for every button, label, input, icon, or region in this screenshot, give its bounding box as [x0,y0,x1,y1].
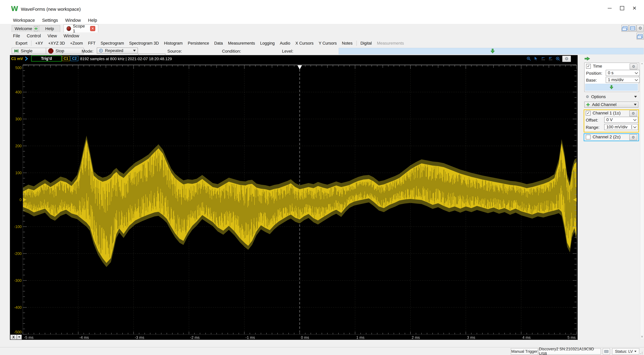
add-channel-button[interactable]: ✚ Add Channel [584,102,638,108]
toolbar-item[interactable]: Logging [258,41,277,46]
channel1-zero-marker-right[interactable] [573,198,576,202]
plot-settings-button[interactable]: ⚙ [562,56,571,62]
channel1-checkbox[interactable]: ✓ [586,111,590,116]
panel-scrollbar[interactable]: ^ v [640,62,644,339]
channel1-offset-input[interactable]: 0 V [604,117,638,123]
mode-select[interactable]: Repeated [97,48,138,54]
scope-menu-file[interactable]: File [13,34,20,38]
scroll-up-icon[interactable]: ^ [640,62,644,66]
tab-scope-1[interactable]: Scope 1 ✕ [64,24,98,32]
manual-trigger-button[interactable]: Manual Trigger [511,348,538,354]
device-temperature-button[interactable] [603,348,610,354]
resize-grip[interactable] [639,350,642,354]
menu-workspace[interactable]: Workspace [13,18,35,23]
green-down-arrow-icon [490,49,495,54]
scope-menubar: File Control View Window [0,32,644,40]
zoom-fit-icon[interactable] [556,56,560,61]
undock-window-button[interactable] [636,33,644,40]
channel1-range-input[interactable]: 100 mV/div [604,124,638,130]
measure-x-icon[interactable] [541,56,546,61]
gear-icon: ⚙ [586,95,589,98]
close-button[interactable]: ✕ [630,4,639,12]
chevron-down-icon [18,336,20,338]
channel1-zero-marker-left[interactable] [23,198,26,202]
toolbar-item[interactable]: Export [13,41,30,46]
restore-button[interactable] [617,4,627,12]
single-acquire-icon [14,49,18,53]
scope-plot[interactable] [10,62,578,340]
gear-icon: ⚙ [632,112,635,115]
chevron-down-icon [634,104,636,106]
time-checkbox[interactable]: ✓ [586,64,591,69]
scope-status-icon [66,26,71,31]
toolbar-item[interactable]: Spectrogram [98,41,126,46]
scope-menu-window[interactable]: Window [64,34,79,38]
workspace-settings-button[interactable]: ⚙ [636,25,644,32]
stop-button[interactable]: Stop [46,48,84,54]
gear-icon: ⚙ [632,65,635,68]
minimize-button[interactable] [605,4,614,12]
channel2-badge[interactable]: C2 [70,56,78,61]
float-window-icon [638,34,643,38]
toolbar-item-digital[interactable]: Digital [358,41,374,46]
channel1-badge[interactable]: C1 [62,56,70,61]
channel2-settings-button[interactable]: ⚙ [629,134,637,140]
toolbar-item[interactable]: Persistence [185,41,212,46]
level-label: Level: [282,49,293,54]
add-tab-icon[interactable]: ✚ [34,26,38,31]
zoom-in-icon[interactable] [526,56,531,61]
tab-welcome[interactable]: Welcome ✚ [12,25,40,32]
chevron-down-icon [633,125,636,128]
menu-help[interactable]: Help [88,18,97,23]
device-button[interactable]: Discovery2 SN:210321A19C9D USB [538,348,601,354]
status-select[interactable]: Status: LV [612,348,639,354]
toolbar-item[interactable]: Audio [277,41,293,46]
run-arrow-icon[interactable] [24,56,28,61]
tile-windows-button[interactable] [629,25,636,32]
close-tab-icon[interactable]: ✕ [90,26,95,31]
tab-help[interactable]: Help [39,25,60,32]
time-settings-button[interactable]: ⚙ [630,64,638,70]
toolbar-item[interactable]: FFT [86,41,98,46]
toolbar-item[interactable]: +XY [33,41,46,46]
gear-icon: ⚙ [638,26,642,30]
time-base-input[interactable]: 1 ms/div [606,77,640,83]
x-axis-selector[interactable]: X [10,334,22,340]
channel2-checkbox[interactable] [586,135,590,140]
green-right-arrow-icon[interactable] [584,56,590,61]
single-button[interactable]: Single [12,48,47,54]
green-down-arrow-icon [610,85,614,90]
time-base-row: Base: 1 ms/div [584,76,639,84]
channel1-offset-row: Offset: 0 V [584,116,638,123]
plus-icon: ✚ [586,102,590,107]
toolbar-item[interactable]: X Cursors [293,41,316,46]
title-bar: W WaveForms (new workspace) ✕ [0,0,644,17]
toolbar-item[interactable]: Measurements [226,41,258,46]
repeated-icon [99,48,103,53]
chevron-down-icon [635,78,638,81]
time-channel-panel: ✓ Time ⚙ Position: 0 s Base: 1 ms/div [578,55,644,340]
toolbar-item[interactable]: Spectrogram 3D [126,41,162,46]
time-position-input[interactable]: 0 s [606,70,640,76]
toolbar-item[interactable]: Histogram [162,41,185,46]
plot-tools [526,56,560,61]
gear-icon: ⚙ [564,57,568,61]
scroll-down-icon[interactable]: v [640,334,644,339]
scope-menu-view[interactable]: View [48,34,57,38]
toolbar-item[interactable]: +XYZ 3D [46,41,68,46]
time-position-row: Position: 0 s [584,70,639,76]
cascade-windows-button[interactable] [622,25,629,32]
toolbar-item[interactable]: Notes [339,41,355,46]
toolbar-item[interactable]: Data [212,41,226,46]
pointer-icon[interactable] [534,56,538,61]
channel1-settings-button[interactable]: ⚙ [629,110,637,116]
toolbar-item[interactable]: +Zoom [68,41,86,46]
measure-y-icon[interactable] [548,56,553,61]
menu-window[interactable]: Window [65,18,81,23]
toolbar-item[interactable]: Y Cursors [316,41,340,46]
menu-settings[interactable]: Settings [42,18,58,23]
status-bar: Manual Trigger Discovery2 SN:210321A19C9… [0,347,644,355]
options-section[interactable]: ⚙ Options [584,94,638,100]
trigger-position-marker[interactable] [298,65,302,70]
scope-menu-control[interactable]: Control [27,34,41,38]
